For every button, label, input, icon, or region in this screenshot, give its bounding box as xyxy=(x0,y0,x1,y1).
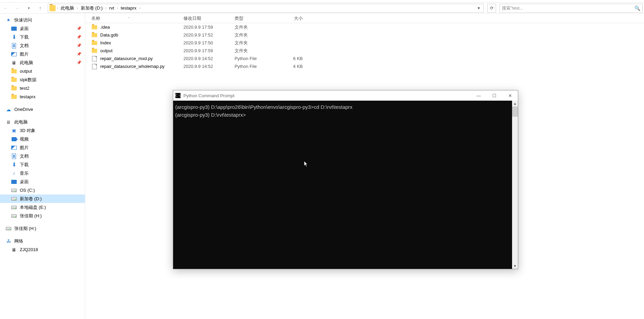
tree-item-test2[interactable]: test2 xyxy=(0,84,85,92)
nav-back-button[interactable]: ← xyxy=(1,4,10,12)
pin-icon: 📌 xyxy=(77,52,81,56)
tree-item-OS (C:)[interactable]: OS (C:) xyxy=(0,186,85,194)
terminal-output[interactable]: (arcgispro-py3) D:\app\pro26\bin\Python\… xyxy=(173,101,518,269)
file-type: 文件夹 xyxy=(235,24,275,30)
folder-icon xyxy=(91,24,98,30)
file-row[interactable]: .idea2020.9.9 17:59文件夹 xyxy=(85,23,644,31)
scroll-down-icon[interactable]: ▼ xyxy=(512,263,518,269)
nav-recent-dropdown[interactable]: ▾ xyxy=(25,4,33,12)
pin-icon: 📌 xyxy=(77,43,81,48)
tree-item-3D 对象[interactable]: ▣3D 对象 xyxy=(0,126,85,135)
search-placeholder: 搜索"test... xyxy=(502,5,632,11)
tree-item-本地磁盘 (E:)[interactable]: 本地磁盘 (E:) xyxy=(0,203,85,212)
tree-label: 下载 xyxy=(20,34,29,40)
main-area: ★ 快速访问 桌面📌⬇下载📌文档📌图片📌🖥此电脑📌outputslpk数据tes… xyxy=(0,14,644,319)
file-date: 2020.9.9 14:52 xyxy=(183,56,235,61)
pc-icon: 🖥 xyxy=(11,60,17,66)
column-header-date[interactable]: 修改日期 xyxy=(183,15,235,21)
folder-icon xyxy=(11,85,17,91)
tree-label: 此电脑 xyxy=(20,60,33,66)
tree-item-testaprx[interactable]: testaprx xyxy=(0,92,85,101)
addressbar: ← → ▾ ↑ › 此电脑 › 新加卷 (D:) › rvt › testapr… xyxy=(0,3,644,14)
breadcrumb-item[interactable]: 新加卷 (D:) xyxy=(79,4,104,12)
tree-network[interactable]: 🖧 网络 xyxy=(0,237,85,245)
refresh-button[interactable]: ⟳ xyxy=(487,4,496,13)
tree-onedrive[interactable]: ☁ OneDrive xyxy=(0,105,85,114)
breadcrumb-item[interactable]: testaprx xyxy=(119,5,138,11)
tree-quick-access[interactable]: ★ 快速访问 xyxy=(0,16,85,24)
tree-item-文档[interactable]: 文档📌 xyxy=(0,41,85,50)
minimize-button[interactable]: — xyxy=(471,90,486,101)
drive-icon xyxy=(11,196,17,202)
address-path[interactable]: › 此电脑 › 新加卷 (D:) › rvt › testaprx › ▾ xyxy=(48,4,484,13)
tree-item-slpk数据[interactable]: slpk数据 xyxy=(0,75,85,84)
tree-item-桌面[interactable]: 桌面 xyxy=(0,177,85,186)
command-prompt-window: C:\ Python Command Prompt — ☐ ✕ (arcgisp… xyxy=(173,90,518,269)
desktop-icon xyxy=(11,26,17,32)
file-row[interactable]: Data.gdb2020.9.9 17:52文件夹 xyxy=(85,31,644,39)
tree-label: OS (C:) xyxy=(20,188,35,193)
file-row[interactable]: repair_datasource_mxd.py2020.9.9 14:52Py… xyxy=(85,55,644,62)
drive-icon xyxy=(11,204,17,211)
close-button[interactable]: ✕ xyxy=(502,90,518,101)
tree-label: 3D 对象 xyxy=(20,128,35,134)
file-row[interactable]: repair_datasource_wholemap.py2020.9.9 14… xyxy=(85,62,644,70)
tree-label: 图片 xyxy=(20,145,29,151)
column-header-size[interactable]: 大小 xyxy=(275,15,303,21)
tree-this-pc[interactable]: 🖥 此电脑 xyxy=(0,118,85,126)
tree-label: 桌面 xyxy=(20,179,29,185)
tree-item-ZJQ2018[interactable]: 🖥ZJQ2018 xyxy=(0,245,85,254)
nav-tree: ★ 快速访问 桌面📌⬇下载📌文档📌图片📌🖥此电脑📌outputslpk数据tes… xyxy=(0,14,85,319)
music-icon: ♪ xyxy=(11,170,17,176)
folder-icon xyxy=(91,48,98,54)
file-date: 2020.9.9 14:52 xyxy=(183,64,235,69)
breadcrumb-item[interactable]: rvt xyxy=(108,5,115,11)
tree-item-output[interactable]: output xyxy=(0,67,85,75)
tree-item-桌面[interactable]: 桌面📌 xyxy=(0,24,85,33)
tree-item-图片[interactable]: 图片 xyxy=(0,143,85,152)
video-icon xyxy=(11,136,17,142)
3d-icon: ▣ xyxy=(11,128,17,134)
tree-label: 音乐 xyxy=(20,170,29,176)
pic-icon xyxy=(11,51,17,57)
tree-item-文档[interactable]: 文档 xyxy=(0,152,85,160)
tree-label: ZJQ2018 xyxy=(20,247,38,252)
file-name: Index xyxy=(100,40,111,45)
tree-item-张佳期 (H:)[interactable]: 张佳期 (H:) xyxy=(0,212,85,220)
window-titlebar[interactable]: C:\ Python Command Prompt — ☐ ✕ xyxy=(173,90,518,101)
column-header-name[interactable]: 名称 ⌃ xyxy=(91,15,183,21)
tree-item-此电脑[interactable]: 🖥此电脑📌 xyxy=(0,58,85,67)
file-row[interactable]: Index2020.9.9 17:50文件夹 xyxy=(85,39,644,47)
drive-icon xyxy=(11,187,17,193)
tree-item-下载[interactable]: ⬇下载 xyxy=(0,160,85,169)
drive-icon xyxy=(11,213,17,219)
tree-item-图片[interactable]: 图片📌 xyxy=(0,50,85,58)
file-date: 2020.9.9 17:50 xyxy=(183,40,235,45)
scroll-up-icon[interactable]: ▲ xyxy=(512,101,518,106)
nav-up-button[interactable]: ↑ xyxy=(36,4,44,12)
nav-forward-button[interactable]: → xyxy=(13,4,21,12)
scroll-thumb[interactable] xyxy=(512,106,518,117)
file-row[interactable]: output2020.9.9 17:59文件夹 xyxy=(85,47,644,55)
file-list-pane: 名称 ⌃ 修改日期 类型 大小 .idea2020.9.9 17:59文件夹Da… xyxy=(85,14,644,319)
tree-item-下载[interactable]: ⬇下载📌 xyxy=(0,33,85,41)
file-list-header: 名称 ⌃ 修改日期 类型 大小 xyxy=(85,14,644,23)
tree-label: testaprx xyxy=(20,94,35,99)
tree-ext-drive[interactable]: 张佳期 (H:) xyxy=(0,224,85,233)
tree-item-新加卷 (D:)[interactable]: 新加卷 (D:) xyxy=(0,194,85,203)
address-dropdown[interactable]: ▾ xyxy=(476,5,482,11)
network-icon: 🖧 xyxy=(5,238,12,244)
breadcrumb-item[interactable]: 此电脑 xyxy=(59,4,75,12)
search-input[interactable]: 搜索"test... 🔍 xyxy=(499,4,643,13)
maximize-button[interactable]: ☐ xyxy=(486,90,502,101)
tree-item-音乐[interactable]: ♪音乐 xyxy=(0,169,85,177)
tree-label: 张佳期 (H:) xyxy=(14,226,36,232)
file-type: 文件夹 xyxy=(235,40,275,46)
terminal-scrollbar[interactable]: ▲ ▼ xyxy=(512,101,518,269)
menubar xyxy=(0,0,644,3)
column-header-type[interactable]: 类型 xyxy=(235,15,275,21)
drive-icon xyxy=(5,226,12,232)
tree-item-视频[interactable]: 视频 xyxy=(0,135,85,143)
desktop-icon xyxy=(11,179,17,185)
file-date: 2020.9.9 17:52 xyxy=(183,32,235,38)
